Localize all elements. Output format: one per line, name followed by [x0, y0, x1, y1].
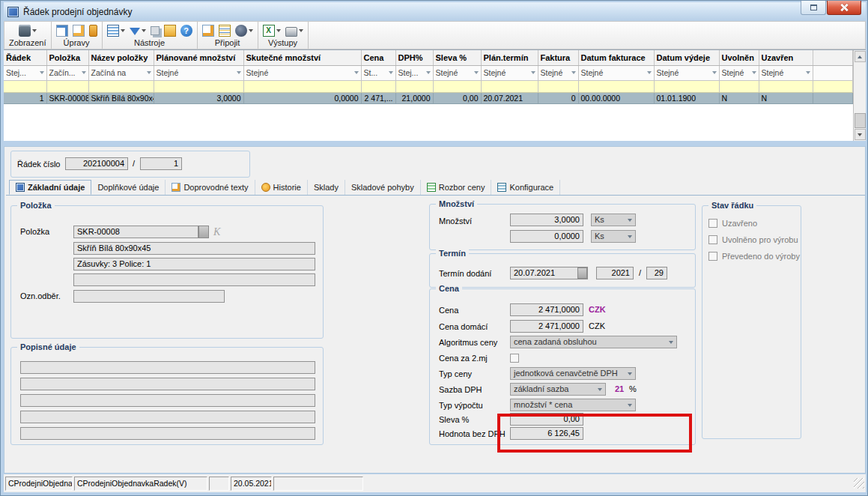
- print-button[interactable]: [285, 25, 303, 37]
- package-button[interactable]: [164, 25, 176, 37]
- closed-checkbox[interactable]: [708, 219, 717, 228]
- tab-doplnkove-udaje[interactable]: Doplňkové údaje: [91, 180, 166, 195]
- delivery-date-field[interactable]: 20.07.2021: [510, 267, 588, 279]
- tab-rozbor-ceny[interactable]: Rozbor ceny: [421, 180, 492, 195]
- filter-input[interactable]: [578, 80, 654, 92]
- row-line-value[interactable]: 1: [140, 157, 182, 170]
- help-button[interactable]: ?: [180, 25, 192, 37]
- filter-input[interactable]: [759, 80, 813, 92]
- price-per-2mj-checkbox[interactable]: [510, 354, 519, 363]
- filter-operator[interactable]: Stejné: [578, 65, 654, 80]
- filter-input[interactable]: [88, 80, 154, 92]
- filter-operator[interactable]: Začín...: [46, 65, 88, 80]
- filter-input[interactable]: [395, 80, 433, 92]
- column-header-faktura[interactable]: Faktura: [538, 50, 578, 65]
- filter-operator[interactable]: Stejné: [759, 65, 813, 80]
- unit2-combo[interactable]: Ks: [591, 230, 636, 243]
- filter-input[interactable]: [481, 80, 538, 92]
- descriptive-field-5[interactable]: [20, 427, 315, 440]
- column-header-planovane[interactable]: Plánované množství: [154, 50, 243, 65]
- column-header-radek[interactable]: Řádek: [4, 50, 46, 65]
- filter-input[interactable]: [361, 80, 395, 92]
- scroll-down-button[interactable]: [855, 129, 866, 140]
- filter-button[interactable]: [130, 26, 146, 35]
- filter-operator[interactable]: Stej...: [395, 65, 433, 80]
- item-lookup-button[interactable]: [198, 226, 209, 238]
- edit-record-button[interactable]: [73, 25, 85, 37]
- tab-konfigurace[interactable]: Konfigurace: [491, 180, 560, 195]
- filter-input[interactable]: [154, 80, 243, 92]
- column-header-cena[interactable]: Cena: [361, 50, 395, 65]
- filter-operator[interactable]: Stejné: [654, 65, 719, 80]
- scrollbar-thumb[interactable]: [855, 113, 866, 128]
- price-field[interactable]: 2 471,0000: [510, 303, 583, 316]
- filter-operator[interactable]: Stejné: [154, 65, 243, 80]
- filter-input[interactable]: [243, 80, 361, 92]
- filter-operator[interactable]: Stejné: [538, 65, 578, 80]
- item-description2-field[interactable]: [73, 273, 315, 286]
- transferred-checkbox[interactable]: [708, 252, 717, 261]
- table-settings-button[interactable]: [107, 25, 125, 37]
- filter-input[interactable]: [719, 80, 759, 92]
- restore-button[interactable]: [801, 1, 826, 15]
- note-button[interactable]: [202, 25, 214, 37]
- column-header-dph[interactable]: DPH%: [395, 50, 433, 65]
- filter-input[interactable]: [4, 80, 46, 92]
- descriptive-field-3[interactable]: [20, 394, 315, 407]
- list-button[interactable]: [219, 25, 231, 37]
- filter-operator[interactable]: Stej...: [4, 65, 46, 80]
- descriptive-field-2[interactable]: [20, 378, 315, 390]
- descriptive-field-1[interactable]: [20, 361, 315, 374]
- domestic-price-field[interactable]: 2 471,0000: [510, 320, 583, 333]
- filter-operator[interactable]: Začíná na: [88, 65, 154, 80]
- scroll-up-button[interactable]: [855, 51, 866, 62]
- filter-operator[interactable]: Stejné: [481, 65, 538, 80]
- descriptive-field-4[interactable]: [20, 411, 315, 423]
- tab-skladove-pohyby[interactable]: Skladové pohyby: [345, 180, 421, 195]
- filter-operator[interactable]: Stejné: [719, 65, 759, 80]
- filter-operator[interactable]: St...: [361, 65, 395, 80]
- grid-vertical-scrollbar[interactable]: [853, 50, 866, 141]
- view-button[interactable]: [19, 25, 37, 37]
- calc-type-combo[interactable]: množství * cena: [510, 399, 636, 411]
- new-record-button[interactable]: [56, 25, 68, 37]
- quantity2-field[interactable]: 0,0000: [510, 230, 583, 243]
- copy-button[interactable]: [151, 26, 160, 35]
- tab-zakladni-udaje[interactable]: Základní údaje: [9, 180, 91, 195]
- released-checkbox[interactable]: [708, 235, 717, 244]
- filter-input[interactable]: [433, 80, 481, 92]
- item-code-field[interactable]: SKR-00008: [73, 226, 198, 238]
- row-number-value[interactable]: 202100004: [65, 157, 128, 170]
- column-header-nazev[interactable]: Název položky: [88, 50, 154, 65]
- column-header-plantermin[interactable]: Plán.termín: [481, 50, 538, 65]
- item-description-field[interactable]: Zásuvky: 3 Police: 1: [73, 258, 315, 270]
- filter-input[interactable]: [654, 80, 719, 92]
- media-button[interactable]: [235, 25, 253, 37]
- filter-input[interactable]: [538, 80, 578, 92]
- price-type-combo[interactable]: jednotková cenavčetně DPH: [510, 367, 636, 380]
- item-name-field[interactable]: Skříň Bílá 80x90x45: [73, 242, 315, 255]
- column-header-uvolnen[interactable]: Uvolněn: [719, 50, 759, 65]
- discount-field[interactable]: 0,00: [510, 413, 583, 426]
- unit-combo[interactable]: Ks: [591, 214, 636, 226]
- tab-doprovodne-texty[interactable]: Doprovodné texty: [166, 180, 255, 195]
- delete-record-button[interactable]: [89, 25, 97, 37]
- column-header-polozka[interactable]: Položka: [46, 50, 88, 65]
- column-header-skutecne[interactable]: Skutečné množství: [243, 50, 361, 65]
- filter-operator[interactable]: Stejné: [243, 65, 361, 80]
- year-field[interactable]: 2021: [596, 267, 634, 279]
- resize-grip[interactable]: [854, 478, 864, 489]
- filter-input[interactable]: [46, 80, 88, 92]
- vat-rate-combo[interactable]: základní sazba: [510, 383, 606, 396]
- table-row[interactable]: 1 SKR-00008 Skříň Bílá 80x90x45 3,0000 0…: [4, 92, 853, 103]
- excel-export-button[interactable]: X: [263, 25, 281, 37]
- calendar-button[interactable]: [577, 267, 587, 279]
- week-field[interactable]: 29: [646, 267, 667, 279]
- column-header-sleva[interactable]: Sleva %: [433, 50, 481, 65]
- quantity-field[interactable]: 3,0000: [510, 214, 583, 226]
- tab-sklady[interactable]: Sklady: [308, 180, 345, 195]
- customer-ref-field[interactable]: [73, 290, 225, 303]
- value-excl-vat-field[interactable]: 6 126,45: [510, 427, 583, 440]
- tab-historie[interactable]: Historie: [255, 180, 308, 195]
- price-algorithm-combo[interactable]: cena zadaná obsluhou: [510, 336, 677, 348]
